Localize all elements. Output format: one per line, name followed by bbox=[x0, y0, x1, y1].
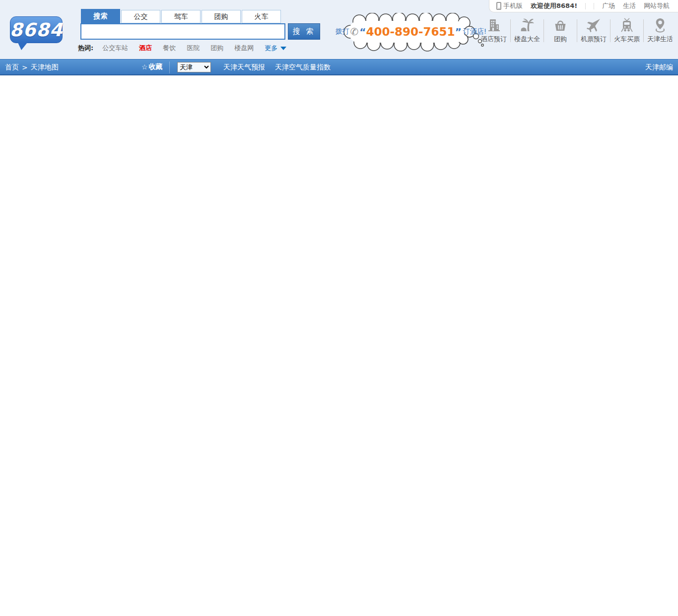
topbar-divider bbox=[585, 3, 586, 9]
hotword-groupbuy[interactable]: 团购 bbox=[210, 44, 223, 53]
service-label: 楼盘大全 bbox=[514, 35, 540, 44]
hotword-hospital[interactable]: 医院 bbox=[187, 44, 200, 53]
breadcrumb-current: 天津地图 bbox=[31, 63, 59, 72]
hotel-phone-promo[interactable]: 拨打 ✆ “ 400-890-7651 ” 订酒店! bbox=[342, 13, 487, 52]
tab-search[interactable]: 搜索 bbox=[81, 9, 120, 23]
mobile-version-label: 手机版 bbox=[503, 1, 523, 10]
chevron-down-icon[interactable] bbox=[280, 47, 286, 50]
promo-quote-open: “ bbox=[359, 26, 366, 38]
promo-quote-close: ” bbox=[455, 26, 462, 38]
topbar-link-plaza[interactable]: 广场 bbox=[602, 1, 615, 10]
hotword-realestate[interactable]: 楼盘网 bbox=[234, 44, 254, 53]
plane-icon bbox=[586, 18, 601, 33]
utility-topbar: 手机版 欢迎使用8684! 广场 生活 网站导航 bbox=[489, 0, 678, 12]
tab-bus[interactable]: 公交 bbox=[121, 10, 160, 23]
palm-icon bbox=[520, 18, 535, 33]
navbar-divider bbox=[169, 62, 170, 73]
weather-forecast-link[interactable]: 天津天气预报 bbox=[223, 63, 265, 72]
train-icon bbox=[619, 18, 634, 33]
search-button[interactable]: 搜 索 bbox=[288, 23, 320, 40]
service-hotel-booking[interactable]: 酒店预订 bbox=[477, 18, 510, 44]
service-label: 火车买票 bbox=[614, 35, 640, 44]
hotword-more[interactable]: 更多 bbox=[265, 44, 277, 53]
site-header: 8684 手机版 欢迎使用8684! 广场 生活 网站导航 搜索 公交 驾车 团… bbox=[0, 0, 678, 59]
hotwords-row: 热词: 公交车站 酒店 餐饮 医院 团购 楼盘网 更多 bbox=[78, 44, 286, 53]
hotword-food[interactable]: 餐饮 bbox=[163, 44, 176, 53]
service-groupbuy[interactable]: 团购 bbox=[544, 18, 577, 44]
hotwords-label: 热词: bbox=[78, 44, 93, 53]
search-tabs: 搜索 公交 驾车 团购 火车 bbox=[81, 9, 282, 23]
promo-prefix: 拨打 bbox=[336, 27, 349, 36]
hotword-busstop[interactable]: 公交车站 bbox=[102, 44, 128, 53]
air-quality-link[interactable]: 天津空气质量指数 bbox=[275, 63, 331, 72]
pin-icon bbox=[653, 18, 668, 33]
breadcrumb: 首页 > 天津地图 bbox=[5, 63, 59, 72]
handset-icon: ✆ bbox=[350, 26, 359, 38]
welcome-text: 欢迎使用8684! bbox=[531, 1, 577, 10]
main-content-empty bbox=[0, 76, 678, 616]
breadcrumb-separator: > bbox=[22, 63, 28, 71]
service-label: 机票预订 bbox=[581, 35, 607, 44]
topbar-link-life[interactable]: 生活 bbox=[623, 1, 636, 10]
favorite-label: 收藏 bbox=[149, 62, 163, 71]
basket-icon bbox=[553, 18, 568, 33]
hotword-hotel[interactable]: 酒店 bbox=[139, 44, 152, 53]
promo-text: 拨打 ✆ “ 400-890-7651 ” 订酒店! bbox=[351, 24, 471, 40]
service-tianjin-life[interactable]: 天津生活 bbox=[644, 18, 677, 44]
topbar-link-sitenav[interactable]: 网站导航 bbox=[644, 1, 670, 10]
navbar-links: 天津天气预报 天津空气质量指数 bbox=[223, 63, 331, 72]
tab-train[interactable]: 火车 bbox=[242, 10, 281, 23]
breadcrumb-home-link[interactable]: 首页 bbox=[5, 63, 19, 72]
service-label: 天津生活 bbox=[647, 35, 673, 44]
logo-bubble-tail bbox=[18, 43, 27, 50]
search-input[interactable] bbox=[80, 23, 285, 40]
star-icon: ☆ bbox=[141, 63, 148, 71]
promo-phone-number: 400-890-7651 bbox=[366, 25, 455, 38]
smartphone-icon bbox=[496, 2, 501, 10]
site-logo[interactable]: 8684 bbox=[10, 16, 63, 43]
logo-text: 8684 bbox=[10, 19, 63, 41]
favorite-button[interactable]: ☆ 收藏 bbox=[141, 62, 163, 71]
tab-drive[interactable]: 驾车 bbox=[161, 10, 201, 23]
navbar: 首页 > 天津地图 ☆ 收藏 天津 天津天气预报 天津空气质量指数 天津邮编 bbox=[0, 59, 678, 75]
mobile-version-link[interactable]: 手机版 bbox=[496, 1, 523, 10]
service-real-estate[interactable]: 楼盘大全 bbox=[511, 18, 543, 44]
service-label: 酒店预订 bbox=[481, 35, 507, 44]
city-select[interactable]: 天津 bbox=[177, 62, 211, 72]
tab-groupbuy[interactable]: 团购 bbox=[202, 10, 241, 23]
hotel-icon bbox=[486, 18, 501, 33]
service-shortcuts: 酒店预订 楼盘大全 bbox=[477, 17, 677, 45]
topbar-divider bbox=[594, 3, 594, 9]
service-flight-tickets[interactable]: 机票预订 bbox=[577, 18, 610, 44]
service-train-tickets[interactable]: 火车买票 bbox=[610, 18, 643, 44]
page: 8684 手机版 欢迎使用8684! 广场 生活 网站导航 搜索 公交 驾车 团… bbox=[0, 0, 678, 616]
service-label: 团购 bbox=[554, 35, 567, 44]
postcode-link[interactable]: 天津邮编 bbox=[645, 63, 673, 72]
